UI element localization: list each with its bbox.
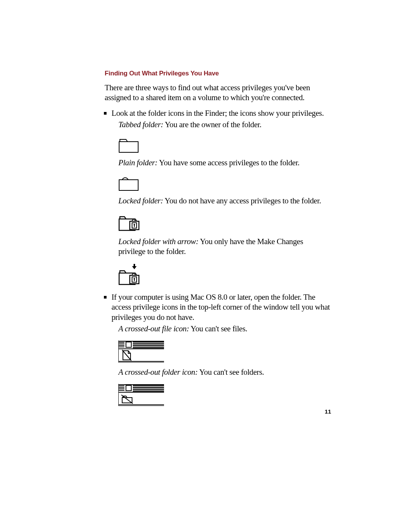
locked-folder-line: Locked folder: You do not have any acces… — [118, 196, 331, 206]
locked-folder-text: You do not have any access privileges to… — [163, 196, 321, 205]
plain-folder-line: Plain folder: You have some access privi… — [118, 158, 331, 168]
crossed-folder-label: A crossed-out folder icon: — [118, 367, 198, 377]
crossed-folder-icon — [118, 384, 331, 406]
svg-rect-24 — [126, 385, 131, 391]
tabbed-folder-label: Tabbed folder: — [118, 120, 163, 129]
bullet-item-2: If your computer is using Mac OS 8.0 or … — [105, 292, 331, 406]
crossed-file-icon — [118, 340, 331, 363]
crossed-folder-text: You can't see folders. — [198, 367, 264, 377]
intro-paragraph: There are three ways to find out what ac… — [105, 83, 331, 103]
bullet-1-text: Look at the folder icons in the Finder; … — [112, 109, 324, 118]
locked-arrow-folder-icon — [118, 263, 331, 286]
crossed-file-text: You can't see files. — [189, 324, 247, 333]
svg-rect-8 — [126, 342, 131, 347]
tabbed-folder-icon — [118, 136, 331, 153]
tabbed-folder-text: You are the owner of the folder. — [163, 120, 261, 129]
locked-arrow-line: Locked folder with arrow: You only have … — [118, 236, 331, 257]
locked-arrow-label: Locked folder with arrow: — [118, 237, 198, 246]
section-heading: Finding Out What Privileges You Have — [105, 70, 331, 77]
bullet-list: Look at the folder icons in the Finder; … — [105, 108, 331, 406]
crossed-file-line: A crossed-out file icon: You can't see f… — [118, 324, 331, 334]
locked-folder-label: Locked folder: — [118, 196, 163, 205]
crossed-file-label: A crossed-out file icon: — [118, 324, 189, 333]
bullet-item-1: Look at the folder icons in the Finder; … — [105, 108, 331, 286]
plain-folder-text: You have some access privileges to the f… — [158, 158, 299, 167]
plain-folder-icon — [118, 174, 331, 191]
page: Finding Out What Privileges You Have The… — [0, 0, 411, 532]
tabbed-folder-line: Tabbed folder: You are the owner of the … — [118, 120, 331, 129]
page-number: 11 — [325, 408, 331, 415]
plain-folder-label: Plain folder: — [118, 158, 158, 167]
crossed-folder-line: A crossed-out folder icon: You can't see… — [118, 367, 331, 377]
locked-folder-icon — [118, 213, 331, 232]
bullet-2-text: If your computer is using Mac OS 8.0 or … — [112, 292, 330, 322]
